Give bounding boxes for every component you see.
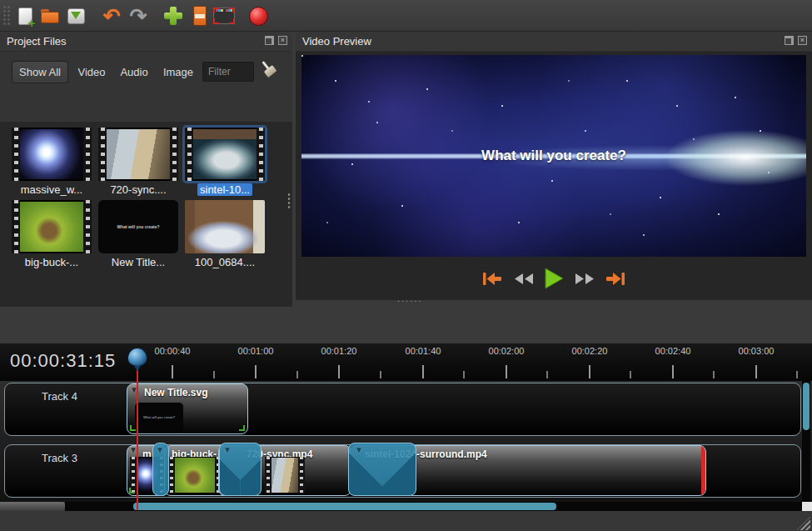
- status-bar: [0, 511, 812, 531]
- filter-image-label: Image: [163, 66, 193, 78]
- file-label: New Title...: [112, 256, 165, 268]
- file-item-100-0684[interactable]: 100_0684....: [185, 200, 265, 268]
- filter-video-button[interactable]: Video: [73, 61, 110, 83]
- close-panel-icon[interactable]: ×: [278, 36, 287, 45]
- jump-to-start-icon: [482, 272, 502, 286]
- close-panel-icon[interactable]: ×: [798, 36, 807, 45]
- clip-trim-indicator[interactable]: [701, 446, 705, 496]
- vertical-scrollbar-thumb[interactable]: [803, 383, 810, 430]
- ruler-tick-label: 00:03:00: [727, 346, 785, 356]
- fast-forward-button[interactable]: [573, 268, 596, 288]
- scrollbar-corner: [802, 502, 812, 511]
- save-project-icon: [67, 8, 85, 24]
- track-4-row[interactable]: Track 4: [4, 383, 801, 436]
- project-files-panel: Project Files × Show All Video Audio Ima…: [0, 32, 292, 300]
- filter-audio-label: Audio: [120, 66, 147, 78]
- chevron-down-icon[interactable]: ▼: [355, 445, 363, 454]
- openshot-window: + ↶ ↷ Project Files: [0, 0, 812, 531]
- toolbar-drag-handle[interactable]: [2, 5, 11, 27]
- rewind-icon: [513, 273, 534, 285]
- project-files-title: Project Files: [7, 35, 67, 48]
- file-label-selected: sintel-10...: [197, 183, 252, 196]
- undo-button[interactable]: ↶: [100, 4, 123, 28]
- redo-button[interactable]: ↷: [127, 4, 150, 28]
- filter-show-all-label: Show All: [19, 66, 61, 78]
- filter-audio-button[interactable]: Audio: [115, 61, 153, 83]
- preview-overlay-text: What will you create?: [481, 148, 626, 164]
- video-preview-title: Video Preview: [302, 35, 371, 48]
- play-icon: [544, 268, 564, 289]
- ruler-tick-label: 00:02:40: [644, 346, 702, 356]
- float-panel-icon[interactable]: [265, 36, 274, 45]
- save-project-button[interactable]: [64, 4, 87, 28]
- clip-thumb-text: What will you create?: [143, 415, 175, 419]
- file-label: 720-sync....: [110, 183, 166, 196]
- import-files-button[interactable]: [162, 4, 185, 28]
- play-button[interactable]: [542, 268, 565, 288]
- horizontal-scrollbar-thumb[interactable]: [133, 503, 556, 510]
- clip-label: New Title.svg: [144, 387, 207, 398]
- filter-image-button[interactable]: Image: [158, 61, 198, 83]
- current-time-display: 00:00:31:15: [10, 350, 116, 372]
- main-toolbar: + ↶ ↷: [0, 0, 812, 32]
- redo-icon: ↷: [130, 7, 147, 25]
- open-project-button[interactable]: [38, 4, 62, 28]
- new-project-icon: +: [18, 8, 32, 25]
- clip-new-title[interactable]: New Title.svg What will you create?: [127, 383, 248, 434]
- title-editor-button[interactable]: [188, 4, 212, 28]
- ruler-tick-label: 00:01:20: [310, 346, 368, 356]
- project-files-grid: massive_w... 720-sync.... sintel-10... b…: [0, 122, 292, 308]
- filter-input[interactable]: [202, 62, 254, 82]
- ruler-tick-label: 00:02:00: [477, 346, 536, 356]
- playhead-line: [137, 368, 138, 510]
- file-label: 100_0684....: [195, 256, 255, 268]
- ruler-tick-label: 00:01:00: [227, 346, 285, 356]
- clear-filter-button[interactable]: [260, 60, 276, 78]
- filter-video-label: Video: [77, 66, 105, 78]
- stars-decoration: [301, 55, 303, 57]
- fast-forward-icon: [575, 273, 595, 285]
- file-label: big-buck-...: [25, 256, 78, 268]
- file-item-sintel[interactable]: sintel-10...: [185, 128, 265, 196]
- hscroll-left-stub: [0, 502, 65, 511]
- title-editor-icon: [193, 6, 207, 26]
- rewind-button[interactable]: [511, 268, 535, 288]
- export-video-icon: [249, 7, 268, 26]
- file-label: massive_w...: [21, 183, 82, 196]
- track-3-name: Track 3: [42, 452, 77, 464]
- open-project-icon: [41, 9, 59, 23]
- broom-icon: [256, 57, 280, 82]
- float-panel-icon[interactable]: [785, 36, 794, 45]
- file-item-massive[interactable]: massive_w...: [12, 128, 92, 196]
- title-thumb-text: What will you create?: [117, 224, 159, 229]
- ruler-tick-label: 00:02:20: [560, 346, 619, 356]
- clip-thumbnail: What will you create?: [135, 403, 183, 432]
- file-item-new-title[interactable]: What will you create? New Title...: [98, 200, 178, 268]
- playback-controls: [296, 263, 812, 293]
- playhead-marker[interactable]: [127, 348, 147, 367]
- timeline-ruler[interactable]: 00:00:31:15 00:00:40 00:01:00 00:01:20 0…: [0, 343, 812, 381]
- export-video-button[interactable]: [247, 4, 270, 28]
- ruler-tick-label: 00:00:40: [143, 346, 202, 356]
- choose-profile-icon: [213, 8, 235, 24]
- ruler-tick-label: 00:01:40: [394, 346, 452, 356]
- track-4-name: Track 4: [42, 390, 77, 403]
- filter-show-all-button[interactable]: Show All: [12, 61, 68, 83]
- file-item-big-buck[interactable]: big-buck-...: [12, 200, 92, 268]
- horizontal-splitter-handle[interactable]: ......: [397, 293, 422, 303]
- new-project-button[interactable]: +: [13, 4, 37, 28]
- project-files-header: Project Files ×: [0, 32, 292, 52]
- video-preview-panel: Video Preview × What will you create?: [296, 32, 812, 300]
- file-item-720-sync[interactable]: 720-sync....: [98, 128, 178, 196]
- preview-frame: What will you create?: [301, 55, 806, 257]
- timeline-toolbar: + − 20 seconds: [0, 307, 812, 343]
- chevron-down-icon[interactable]: ▼: [156, 445, 164, 454]
- panel-splitter-handle[interactable]: [287, 193, 291, 209]
- jump-to-start-button[interactable]: [481, 268, 504, 288]
- import-files-icon: [164, 7, 182, 25]
- video-preview-header: Video Preview ×: [296, 32, 812, 52]
- choose-profile-button[interactable]: [212, 4, 236, 28]
- jump-to-end-button[interactable]: [604, 268, 627, 288]
- chevron-down-icon[interactable]: ▼: [223, 445, 232, 454]
- jump-to-end-icon: [605, 272, 625, 286]
